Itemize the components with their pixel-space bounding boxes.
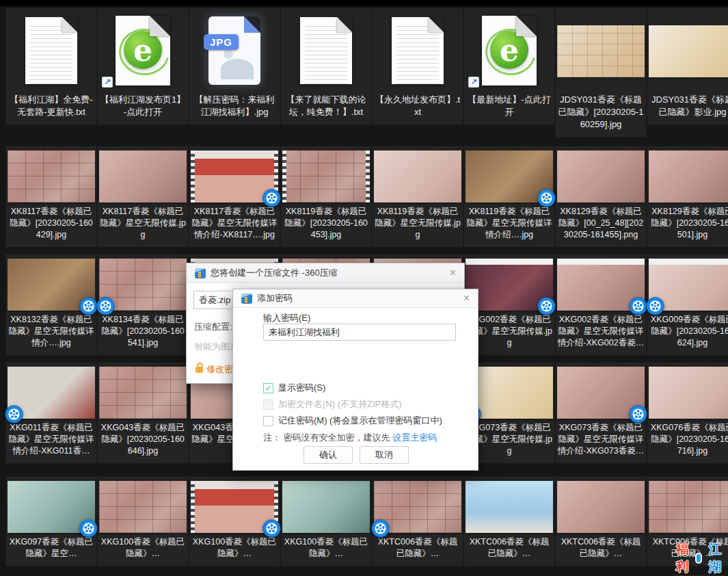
file-caption: XKG011香菱《标题已隐藏》星空无限传媒详情介绍-XKG011香…: [8, 422, 95, 457]
text-file-icon: [25, 17, 77, 84]
file-tile[interactable]: XKG009香菱《标题已隐藏》[20230205-160624].jpg: [647, 254, 728, 356]
encrypt-filename-checkbox: 加密文件名(N) (不支持ZIP格式): [263, 398, 402, 410]
file-tile[interactable]: XK8132香菱《标题已隐藏》星空无限传媒详情介….jpg: [5, 254, 97, 356]
set-master-password-link[interactable]: 设置主密码: [392, 432, 437, 443]
file-tile[interactable]: 【来了就能下载的论坛，纯免费！】.txt: [280, 8, 372, 125]
dialog-titlebar[interactable]: 添加密码 ×: [233, 289, 478, 308]
site-watermark: 福利 江湖: [671, 540, 727, 576]
text-file-icon: [392, 17, 444, 84]
video-thumbnail: [282, 150, 370, 202]
file-tile[interactable]: XK8129香菱《标题已隐藏》[00_25_48][20230205-16145…: [555, 146, 647, 248]
file-tile[interactable]: JPG 【解压密码：来福利江湖找福利】.jpg: [189, 8, 280, 125]
file-tile[interactable]: e ↗ 【福利江湖发布页1】-点此打开: [97, 8, 189, 125]
file-tile[interactable]: XKTC006香菱《标题已隐藏》…: [463, 476, 555, 566]
file-tile[interactable]: XKG097香菱《标题已隐藏》星空…: [5, 476, 97, 566]
file-tile[interactable]: XKG100香菱《标题已隐藏》…: [280, 476, 372, 566]
checkbox-unchecked-icon[interactable]: [263, 416, 273, 426]
file-caption: 【福利江湖发布页1】-点此打开: [99, 94, 187, 118]
confirm-button[interactable]: 确认: [304, 446, 353, 464]
file-tile[interactable]: 【福利江湖】全免费-无套路-更新快.txt: [5, 8, 97, 125]
file-tile[interactable]: 【永久地址发布页】.txt: [372, 8, 463, 125]
image-thumbnail: [374, 481, 461, 533]
show-password-checkbox[interactable]: ✓ 显示密码(S): [263, 382, 325, 394]
file-tile[interactable]: XKTC006香菱《标题已隐藏》…: [555, 476, 647, 566]
file-caption: XK8117香菱《标题已隐藏》[20230205-160429].jpg: [8, 206, 95, 241]
file-caption: 【永久地址发布页】.txt: [374, 94, 461, 118]
watermark-text: 江湖: [703, 540, 727, 576]
media-player-badge-icon: [371, 519, 390, 538]
file-caption: XK8134香菱《标题已隐藏》[20230205-160541].jpg: [99, 314, 187, 349]
image-thumbnail: [8, 481, 95, 533]
file-tile[interactable]: e ↗ 【最新地址】-点此打开: [463, 8, 555, 125]
lock-icon: [196, 367, 203, 373]
file-caption: XKG073香菱《标题已隐藏》星空无限传媒详情介绍-XKG073香菱…: [557, 422, 645, 457]
file-caption: XK8119香菱《标题已隐藏》星空无限传媒.jpg: [374, 206, 461, 241]
file-caption: XK8132香菱《标题已隐藏》星空无限传媒详情介….jpg: [8, 314, 95, 349]
file-tile[interactable]: JDSY031香菱《标题已隐藏》[20230205-160259].jpg: [555, 8, 647, 138]
image-thumbnail: [466, 367, 553, 419]
file-caption: 【解压密码：来福利江湖找福利】.jpg: [191, 94, 278, 118]
image-thumbnail: [8, 259, 95, 311]
file-caption: XKG076香菱《标题已隐藏》[20230205-160716].jpg: [649, 422, 728, 457]
checkbox-checked-icon[interactable]: ✓: [263, 383, 273, 393]
file-tile[interactable]: XKG002香菱《标题已隐藏》星空无限传媒详情介绍-XKG002香菱…: [555, 254, 647, 356]
media-player-badge-icon: [79, 519, 98, 538]
file-caption: JDSY031香菱《标题已隐藏》影业.jpg: [649, 94, 728, 118]
browser-shortcut-icon: e: [116, 16, 170, 86]
file-caption: XKG002香菱《标题已隐藏》星空无限传媒.jpg: [466, 314, 553, 349]
image-thumbnail: [649, 481, 728, 533]
file-caption: XKG073香菱《标题已隐藏》星空无限传媒.jpg: [466, 422, 553, 457]
file-caption: XK8117香菱《标题已隐藏》星空无限传媒.jpg: [99, 206, 187, 241]
password-input[interactable]: [263, 324, 456, 341]
file-tile[interactable]: XKTC006香菱《标题已隐藏》…: [372, 476, 463, 566]
media-player-badge-icon: [96, 297, 115, 315]
close-icon[interactable]: ×: [463, 293, 470, 304]
file-caption: XKTC006香菱《标题已隐藏》…: [557, 536, 645, 560]
window-top-edge: [0, 0, 728, 6]
file-caption: XKG100香菱《标题已隐藏》…: [282, 536, 370, 560]
file-tile[interactable]: XK8117香菱《标题已隐藏》[20230205-160429].jpg: [5, 146, 97, 248]
close-icon[interactable]: ×: [450, 267, 456, 278]
image-thumbnail: [649, 150, 728, 202]
file-tile[interactable]: XK8129香菱《标题已隐藏》[20230205-160501].jpg: [647, 146, 728, 248]
dialog-title: 您将创建一个压缩文件 -360压缩: [211, 267, 338, 279]
password-label: 输入密码(E): [263, 312, 310, 324]
file-tile[interactable]: XK8117香菱《标题已隐藏》星空无限传媒.jpg: [97, 146, 189, 248]
360zip-app-icon: [195, 268, 206, 278]
file-tile[interactable]: XKG100香菱《标题已隐藏》…: [189, 476, 280, 566]
file-tile[interactable]: XKG076香菱《标题已隐藏》[20230205-160716].jpg: [647, 362, 728, 464]
image-thumbnail: [282, 481, 370, 533]
file-tile[interactable]: XKG011香菱《标题已隐藏》星空无限传媒详情介绍-XKG011香…: [5, 362, 97, 464]
media-player-badge-icon: [537, 297, 556, 315]
file-tile[interactable]: XKG100香菱《标题已隐藏》…: [97, 476, 189, 566]
file-tile[interactable]: XKG073香菱《标题已隐藏》星空无限传媒详情介绍-XKG073香菱…: [555, 362, 647, 464]
password-security-note: 注： 密码没有安全加密，建议先 设置主密码: [263, 432, 437, 444]
file-caption: XKG097香菱《标题已隐藏》星空…: [8, 536, 95, 560]
checkbox-disabled-icon: [263, 400, 273, 410]
dialog-titlebar[interactable]: 您将创建一个压缩文件 -360压缩 ×: [187, 263, 464, 283]
file-caption: XK8129香菱《标题已隐藏》[20230205-160501].jpg: [649, 206, 728, 241]
file-tile[interactable]: XK8119香菱《标题已隐藏》星空无限传媒.jpg: [372, 146, 463, 248]
file-tile[interactable]: JDSY031香菱《标题已隐藏》影业.jpg: [647, 8, 728, 125]
cancel-button[interactable]: 取消: [360, 446, 409, 464]
media-player-badge-icon: [262, 519, 281, 538]
image-thumbnail: [557, 259, 645, 311]
image-thumbnail: [8, 367, 95, 419]
video-thumbnail: [191, 150, 278, 202]
file-tile[interactable]: XKG043香菱《标题已隐藏》[20230205-160646].jpg: [97, 362, 189, 464]
file-tile[interactable]: XK8119香菱《标题已隐藏》星空无限传媒详情介绍….jpg: [463, 146, 555, 248]
file-tile[interactable]: XK8134香菱《标题已隐藏》[20230205-160541].jpg: [97, 254, 189, 356]
image-thumbnail: [99, 367, 187, 419]
watermark-text: 福利: [671, 540, 694, 576]
image-thumbnail: [649, 259, 728, 311]
file-tile[interactable]: XK8117香菱《标题已隐藏》星空无限传媒详情介绍-XK8117….jpg: [189, 146, 280, 248]
add-password-dialog: 添加密码 × 输入密码(E) ✓ 显示密码(S) 加密文件名(N) (不支持ZI…: [232, 289, 478, 471]
jpg-file-icon: [208, 16, 260, 85]
shortcut-arrow-icon: ↗: [468, 77, 479, 88]
remember-password-checkbox[interactable]: 记住密码(M) (将会显示在管理密码窗口中): [263, 415, 442, 427]
image-thumbnail: [557, 25, 645, 77]
file-row: 【福利江湖】全免费-无套路-更新快.txt e ↗ 【福利江湖发布页1】-点此打…: [5, 8, 728, 146]
file-caption: XK8119香菱《标题已隐藏》[20230205-160453].jpg: [282, 206, 370, 241]
file-caption: XK8117香菱《标题已隐藏》星空无限传媒详情介绍-XK8117….jpg: [191, 206, 278, 241]
file-tile[interactable]: XK8119香菱《标题已隐藏》[20230205-160453].jpg: [280, 146, 372, 248]
